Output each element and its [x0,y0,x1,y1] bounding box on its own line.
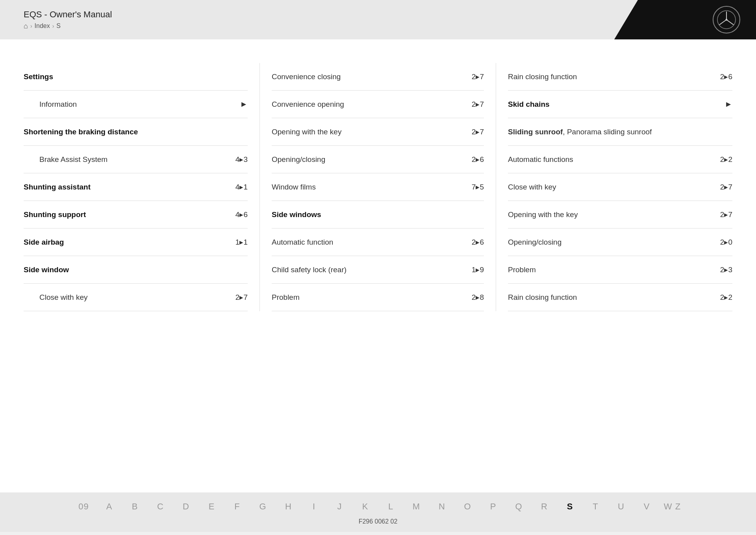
entry-page: 2▸6 [709,72,732,81]
entry-skid-chains[interactable]: Skid chains ► [508,91,732,118]
entry-text: Opening/closing [508,238,709,247]
entry-page: 2▸0 [709,238,732,247]
alpha-j[interactable]: J [327,499,352,514]
entry-page: ► [224,100,248,109]
entry-text: Rain closing function [508,293,709,302]
entry-page: 2▸7 [709,210,732,219]
alpha-p[interactable]: P [480,499,506,514]
header: EQS - Owner's Manual ⌂ › Index › S [0,0,756,39]
entry-side-window: Side window [24,256,248,284]
entry-page: 2▸2 [709,155,732,164]
mercedes-logo [713,6,740,33]
entry-opening-closing-col2[interactable]: Opening/closing 2▸6 [272,146,484,173]
entry-text: Close with key [39,293,224,302]
entry-child-safety-lock[interactable]: Child safety lock (rear) 1▸9 [272,256,484,284]
alpha-b[interactable]: B [122,499,148,514]
breadcrumb-current: S [56,22,61,30]
entry-automatic-function-col2[interactable]: Automatic function 2▸6 [272,228,484,256]
column-1: Settings Information ► Shortening the br… [24,63,260,311]
breadcrumb: ⌂ › Index › S [24,22,112,30]
alpha-q[interactable]: Q [506,499,532,514]
entry-text: Shunting support [24,210,224,219]
entry-close-with-key-col3[interactable]: Close with key 2▸7 [508,173,732,201]
svg-point-1 [726,19,728,21]
alpha-wz[interactable]: W Z [660,499,685,514]
alpha-s[interactable]: S [557,499,583,514]
entry-page: 1▸1 [224,238,248,247]
alpha-g[interactable]: G [250,499,276,514]
column-3: Rain closing function 2▸6 Skid chains ► … [496,63,732,311]
entry-page: 4▸6 [224,210,248,219]
alpha-m[interactable]: M [404,499,429,514]
entry-page: 4▸3 [224,155,248,164]
alpha-u[interactable]: U [608,499,634,514]
entry-rain-closing-col3b[interactable]: Rain closing function 2▸2 [508,284,732,311]
entry-text: Problem [272,293,460,302]
alpha-o[interactable]: O [455,499,480,514]
entry-rain-closing-col3[interactable]: Rain closing function 2▸6 [508,63,732,91]
entry-text: Automatic functions [508,155,709,164]
entry-text: Side airbag [24,238,224,247]
logo-area [614,0,756,39]
header-left: EQS - Owner's Manual ⌂ › Index › S [24,9,112,30]
entry-opening-closing-col3[interactable]: Opening/closing 2▸0 [508,228,732,256]
entry-page: 2▸8 [460,293,484,302]
home-icon[interactable]: ⌂ [24,22,28,30]
entry-text: Opening with the key [508,210,709,219]
entry-close-with-key-col1[interactable]: Close with key 2▸7 [24,284,248,311]
alpha-e[interactable]: E [199,499,224,514]
entry-text: Information [39,100,224,109]
alpha-k[interactable]: K [352,499,378,514]
entry-opening-with-key-col2[interactable]: Opening with the key 2▸7 [272,118,484,146]
alpha-d[interactable]: D [173,499,199,514]
entry-convenience-opening[interactable]: Convenience opening 2▸7 [272,91,484,118]
entry-text: Opening/closing [272,155,460,164]
entry-page: 7▸5 [460,182,484,191]
entry-page: 2▸6 [460,155,484,164]
entry-text: Close with key [508,183,709,191]
entry-information[interactable]: Information ► [24,91,248,118]
page-arrow-icon: ► [724,100,732,109]
entry-text: Settings [24,72,248,81]
entry-shunting-assistant[interactable]: Shunting assistant 4▸1 [24,173,248,201]
entry-text: Shunting assistant [24,183,224,191]
alpha-a[interactable]: A [96,499,122,514]
index-columns: Settings Information ► Shortening the br… [24,63,732,311]
alpha-n[interactable]: N [429,499,455,514]
entry-convenience-closing[interactable]: Convenience closing 2▸7 [272,63,484,91]
entry-side-windows: Side windows [272,201,484,228]
entry-text: Shortening the braking distance [24,128,248,136]
entry-text: Skid chains [508,100,709,109]
entry-text: Convenience opening [272,100,460,109]
entry-text: Side windows [272,210,484,219]
entry-text: Side window [24,266,248,274]
entry-automatic-functions-col3[interactable]: Automatic functions 2▸2 [508,146,732,173]
alpha-l[interactable]: L [378,499,404,514]
entry-page: 2▸6 [460,238,484,247]
alpha-h[interactable]: H [276,499,301,514]
alpha-09[interactable]: 09 [71,499,96,514]
entry-brake-assist[interactable]: Brake Assist System 4▸3 [24,146,248,173]
alpha-r[interactable]: R [532,499,557,514]
entry-page: 2▸7 [224,293,248,302]
entry-side-airbag[interactable]: Side airbag 1▸1 [24,228,248,256]
entry-text: Problem [508,266,709,274]
entry-problem-col3[interactable]: Problem 2▸3 [508,256,732,284]
entry-text: Window films [272,183,460,191]
entry-problem-col2[interactable]: Problem 2▸8 [272,284,484,311]
entry-page: ► [709,100,732,109]
breadcrumb-index[interactable]: Index [35,22,50,30]
entry-page: 1▸9 [460,265,484,274]
entry-opening-with-key-col3[interactable]: Opening with the key 2▸7 [508,201,732,228]
alpha-f[interactable]: F [224,499,250,514]
entry-shunting-support[interactable]: Shunting support 4▸6 [24,201,248,228]
entry-window-films[interactable]: Window films 7▸5 [272,173,484,201]
entry-page: 2▸7 [460,127,484,136]
alpha-c[interactable]: C [148,499,173,514]
page-arrow-icon: ► [240,100,248,109]
main-content: Settings Information ► Shortening the br… [0,39,756,492]
alpha-i[interactable]: I [301,499,327,514]
alpha-v[interactable]: V [634,499,660,514]
entry-text: Child safety lock (rear) [272,266,460,274]
alpha-t[interactable]: T [583,499,608,514]
